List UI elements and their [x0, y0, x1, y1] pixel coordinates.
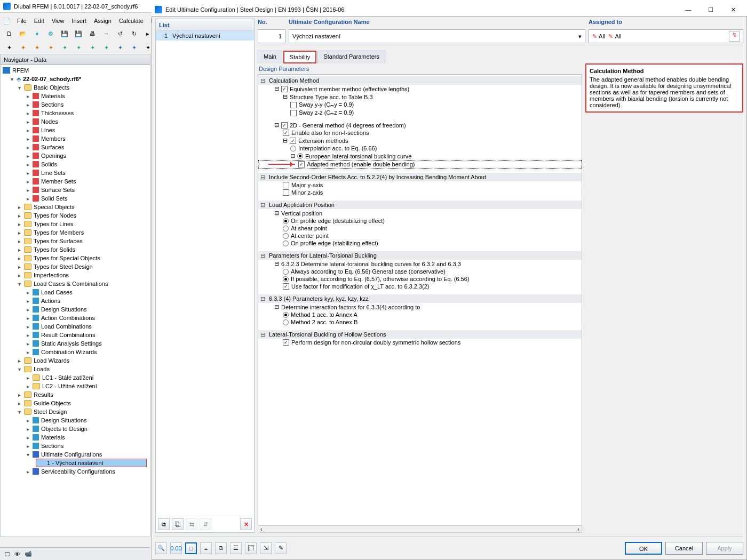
- tree-item[interactable]: ▸Actions: [1, 297, 150, 305]
- menu-insert[interactable]: Insert: [71, 18, 86, 24]
- bb-f[interactable]: ⇲: [260, 542, 272, 554]
- new-icon[interactable]: 🗋: [3, 28, 15, 39]
- t2-i[interactable]: ✦: [114, 42, 126, 53]
- tree-item[interactable]: ▸Sections: [1, 442, 150, 450]
- menu-assign[interactable]: Assign: [94, 18, 112, 24]
- tree-item[interactable]: ▸Line Sets: [1, 169, 150, 177]
- cb-major-y[interactable]: [283, 182, 289, 188]
- rb-method2[interactable]: [283, 319, 289, 325]
- db-icon[interactable]: ➧: [31, 28, 43, 39]
- tree-item[interactable]: ▸LC2 - Užitné zatížení: [1, 382, 150, 390]
- arrow-icon[interactable]: →: [100, 28, 112, 39]
- tree-item[interactable]: ▸Solids: [1, 160, 150, 169]
- tree-item[interactable]: ▸Load Combinations: [1, 322, 150, 331]
- tree-branch[interactable]: ▸Types for Members: [1, 228, 150, 237]
- assigned-pick-button[interactable]: ↯: [729, 31, 740, 42]
- cb-adapted[interactable]: [298, 161, 305, 167]
- t2-f[interactable]: ✦: [73, 42, 84, 53]
- rb-stab[interactable]: [283, 241, 289, 246]
- save-icon[interactable]: 💾: [59, 28, 70, 39]
- copy-button[interactable]: ⿻: [172, 518, 184, 530]
- menu-file[interactable]: File: [17, 18, 27, 24]
- list-item-1[interactable]: 1 Výchozí nastavení: [156, 31, 254, 41]
- tree-item[interactable]: ▸Member Sets: [1, 177, 150, 186]
- t2-e[interactable]: ✦: [59, 42, 70, 53]
- tree-branch[interactable]: ▸Special Objects: [1, 203, 150, 211]
- tab-std-params[interactable]: Standard Parameters: [317, 51, 385, 63]
- tree-branch[interactable]: ▸Types for Steel Design: [1, 262, 150, 271]
- close-button[interactable]: ✕: [722, 4, 744, 15]
- tree-item[interactable]: ▸Surface Sets: [1, 186, 150, 194]
- cancel-button[interactable]: Cancel: [665, 542, 703, 555]
- config-name-input[interactable]: Výchozí nastavení▾: [289, 29, 585, 43]
- tree-item[interactable]: ▸Thicknesses: [1, 109, 150, 117]
- t2-b[interactable]: ✦: [17, 42, 29, 53]
- menu-view[interactable]: View: [52, 18, 65, 24]
- tree-item[interactable]: ▸Design Situations: [1, 416, 150, 425]
- gear-icon[interactable]: ⚙: [45, 28, 57, 39]
- rb-always656[interactable]: [283, 269, 289, 275]
- tree-item[interactable]: ▸Static Analysis Settings: [1, 339, 150, 348]
- tree-item[interactable]: ▸Surfaces: [1, 143, 150, 151]
- tree-item[interactable]: ▸Design Situations: [1, 305, 150, 314]
- t2-d[interactable]: ✦: [45, 42, 57, 53]
- print-icon[interactable]: 🖶: [86, 28, 98, 39]
- tree-item[interactable]: ▸Combination Wizards: [1, 348, 150, 356]
- rb-shear[interactable]: [283, 226, 289, 231]
- tree-item[interactable]: ▸Load Cases: [1, 288, 150, 297]
- search-icon[interactable]: 🔍: [155, 542, 167, 554]
- open-icon[interactable]: 📂: [17, 28, 29, 39]
- h-scrollbar[interactable]: ‹›: [258, 525, 582, 533]
- t2-g[interactable]: ✦: [86, 42, 98, 53]
- rb-euro-ltb[interactable]: [297, 153, 303, 159]
- tree-item[interactable]: ▸Solid Sets: [1, 194, 150, 203]
- bb-g[interactable]: ✎: [275, 542, 287, 554]
- tree-item[interactable]: ▸Members: [1, 134, 150, 143]
- tree-item[interactable]: ▸Result Combinations: [1, 331, 150, 339]
- cb-perform-hollow[interactable]: [283, 339, 289, 346]
- cb-sway-y[interactable]: [290, 102, 297, 108]
- tree-item[interactable]: ▸Lines: [1, 126, 150, 134]
- t2-h[interactable]: ✦: [100, 42, 112, 53]
- menu-calculate[interactable]: Calculate: [119, 18, 144, 24]
- tree-branch[interactable]: ▸Types for Lines: [1, 220, 150, 228]
- tree-branch[interactable]: ▸Types for Special Objects: [1, 254, 150, 262]
- delete-button[interactable]: ✕: [240, 518, 252, 530]
- tab-stability[interactable]: Stability: [283, 51, 317, 63]
- save2-icon[interactable]: 💾: [73, 28, 84, 39]
- tree-branch[interactable]: ▸Types for Nodes: [1, 211, 150, 220]
- dropdown-icon[interactable]: ▾: [578, 33, 582, 40]
- rb-interp[interactable]: [290, 146, 296, 151]
- sb-eye-icon[interactable]: 👁: [14, 551, 20, 557]
- tree-branch[interactable]: ▸Types for Solids: [1, 245, 150, 254]
- no-input[interactable]: 1: [258, 29, 285, 43]
- cb-2d-general[interactable]: [281, 122, 288, 129]
- t2-j[interactable]: ✦: [128, 42, 140, 53]
- bb-b[interactable]: ⫠: [200, 542, 212, 554]
- rb-ifposs657[interactable]: [283, 276, 289, 282]
- tree-item[interactable]: ▸Openings: [1, 151, 150, 160]
- tab-main[interactable]: Main: [258, 51, 282, 63]
- tree-branch[interactable]: ▸Imperfections: [1, 271, 150, 279]
- bb-c[interactable]: ⧉: [215, 542, 227, 554]
- minimize-button[interactable]: —: [678, 4, 699, 15]
- maximize-button[interactable]: ☐: [700, 4, 721, 15]
- t2-c[interactable]: ✦: [31, 42, 43, 53]
- bb-a[interactable]: □: [185, 542, 197, 554]
- cb-equiv[interactable]: [281, 86, 288, 92]
- undo-icon[interactable]: ↺: [114, 28, 126, 39]
- redo-icon[interactable]: ↻: [128, 28, 140, 39]
- cb-enable-noni[interactable]: [283, 130, 289, 136]
- menu-edit[interactable]: Edit: [34, 18, 44, 24]
- tree-item[interactable]: ▸LC1 - Stálé zatížení: [1, 373, 150, 382]
- t2-a[interactable]: ✦: [3, 42, 15, 53]
- apply-button[interactable]: Apply: [706, 542, 743, 555]
- tree-item[interactable]: ▸Sections: [1, 100, 150, 109]
- tree-item[interactable]: ▸Nodes: [1, 117, 150, 126]
- rb-method1[interactable]: [283, 312, 289, 318]
- bb-d[interactable]: ☰: [230, 542, 242, 554]
- cb-ext-methods[interactable]: [290, 138, 296, 144]
- units-button[interactable]: 0.00: [170, 542, 182, 554]
- tree-item[interactable]: ▸Materials: [1, 92, 150, 100]
- tree-branch[interactable]: ▸Types for Surfaces: [1, 237, 150, 245]
